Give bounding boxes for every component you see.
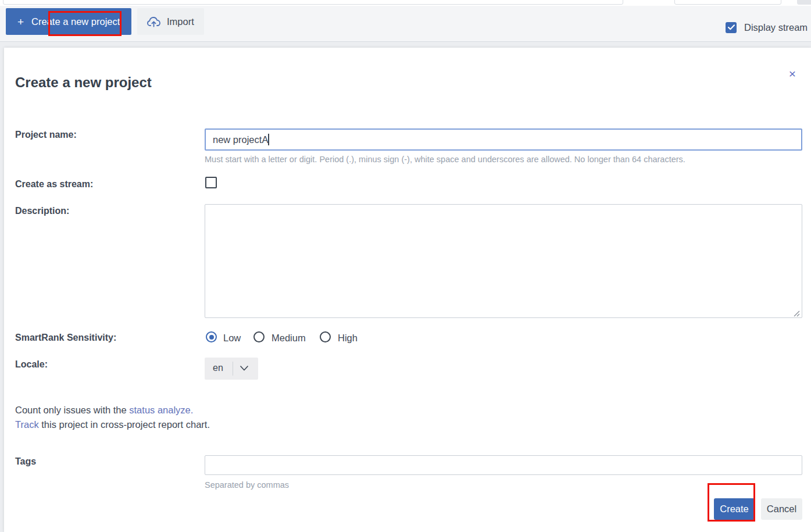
top-search-field-partial[interactable] — [3, 0, 623, 5]
radio-high[interactable] — [320, 331, 331, 342]
text-caret — [268, 134, 269, 145]
project-name-field-wrap — [205, 128, 802, 151]
dropdown-divider — [233, 362, 233, 376]
description-textarea[interactable] — [205, 204, 802, 318]
radio-low[interactable] — [206, 331, 217, 342]
projects-toolbar: + Create a new project Import Display st… — [0, 6, 811, 42]
project-name-help: Must start with a letter or digit. Perio… — [205, 155, 685, 164]
tags-help: Separated by commas — [205, 480, 289, 490]
locale-label: Locale: — [15, 359, 48, 370]
description-label: Description: — [15, 206, 69, 216]
tags-input[interactable] — [205, 455, 802, 475]
locale-dropdown[interactable]: en — [205, 358, 258, 380]
import-button[interactable]: Import — [137, 8, 204, 35]
top-field-partial[interactable] — [674, 0, 781, 5]
project-name-input[interactable] — [206, 130, 801, 149]
top-control-partial[interactable] — [797, 0, 811, 5]
create-project-dialog: Create a new project × Project name: Mus… — [4, 48, 811, 532]
track-note: Track this project in cross-project repo… — [15, 419, 210, 430]
track-text: this project in cross-project report cha… — [39, 419, 210, 430]
chevron-down-icon — [240, 365, 249, 372]
display-stream-checkbox[interactable] — [726, 22, 737, 33]
create-button[interactable]: Create — [714, 498, 755, 520]
count-issues-text: Count only issues with the — [15, 405, 129, 415]
import-label: Import — [167, 16, 194, 27]
create-as-stream-label: Create as stream: — [15, 179, 93, 190]
cloud-upload-icon — [147, 16, 160, 27]
dialog-title: Create a new project — [15, 74, 152, 91]
create-new-project-label: Create a new project — [31, 16, 120, 27]
tags-label: Tags — [15, 456, 36, 467]
plus-icon: + — [17, 16, 24, 27]
create-new-project-button[interactable]: + Create a new project — [6, 8, 131, 35]
status-analyze-link[interactable]: status analyze. — [129, 405, 193, 415]
count-issues-note: Count only issues with the status analyz… — [15, 405, 193, 416]
track-link[interactable]: Track — [15, 419, 39, 430]
projects-screen: + Create a new project Import Display st… — [0, 0, 811, 532]
radio-high-label: High — [338, 333, 358, 344]
radio-low-label: Low — [223, 333, 241, 344]
smartrank-label: SmartRank Sensitivity: — [15, 333, 116, 343]
cancel-button[interactable]: Cancel — [761, 498, 802, 520]
radio-medium[interactable] — [253, 331, 265, 342]
close-icon[interactable]: × — [785, 66, 800, 81]
radio-medium-label: Medium — [271, 333, 306, 344]
display-stream-label: Display stream — [744, 22, 808, 33]
locale-value: en — [213, 363, 223, 373]
project-name-label: Project name: — [15, 130, 77, 140]
checkmark-icon — [728, 24, 735, 30]
create-as-stream-checkbox[interactable] — [205, 177, 217, 188]
display-stream-toggle: Display stream — [726, 16, 808, 39]
